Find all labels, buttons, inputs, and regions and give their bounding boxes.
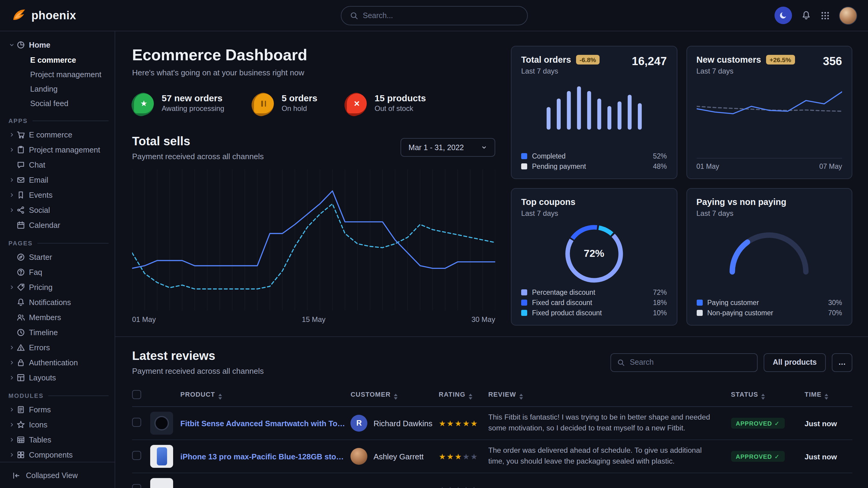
sidebar-item-project-management[interactable]: Project management — [8, 142, 108, 157]
total-orders-card: Total orders -6.8% Last 7 days 16,247 Co… — [511, 46, 677, 179]
axis-label: 07 May — [819, 163, 842, 170]
moon-icon — [779, 11, 788, 20]
calendar-icon — [16, 221, 29, 230]
sidebar-item-pricing[interactable]: Pricing — [8, 280, 108, 295]
legend-item-fixed-product-discount: Fixed product discount10% — [521, 309, 667, 317]
puzzle-icon — [16, 450, 29, 459]
legend-item-fixed-card-discount: Fixed card discount18% — [521, 299, 667, 306]
date-range-select[interactable]: Mar 1 - 31, 2022 — [401, 138, 495, 157]
sidebar-item-social[interactable]: Social — [8, 202, 108, 218]
product-link[interactable]: iPhone 13 pro max-Pacific Blue-128GB sto… — [180, 452, 346, 461]
sidebar-item-e-commerce[interactable]: E commerce — [8, 127, 108, 142]
caret-right-icon — [8, 406, 16, 413]
sidebar-item-landing[interactable]: Landing — [8, 82, 108, 96]
sidebar-item-calendar[interactable]: Calendar — [8, 218, 108, 233]
sidebar-item-icons[interactable]: Icons — [8, 417, 108, 432]
alert-icon — [16, 343, 29, 352]
sidebar-item-forms[interactable]: Forms — [8, 402, 108, 417]
legend-item-non-paying-customer: Non-paying customer70% — [696, 309, 842, 317]
share-icon — [16, 205, 29, 215]
sidebar-item-email[interactable]: Email — [8, 172, 108, 188]
sidebar-item-e-commerce[interactable]: E commerce — [8, 53, 108, 67]
sidebar-item-faq[interactable]: Faq — [8, 265, 108, 280]
status-badge: APPROVED✓ — [731, 451, 785, 462]
paying-legend: Paying customer30%Non-paying customer70% — [696, 299, 842, 317]
row-checkbox[interactable] — [132, 418, 141, 427]
new-customers-card: New customers +26.5% Last 7 days 356 01 … — [686, 46, 852, 179]
sidebar-item-authentication[interactable]: Authentication — [8, 355, 108, 370]
check-icon: ✓ — [775, 453, 780, 460]
sidebar-item-tables[interactable]: Tables — [8, 432, 108, 447]
brand[interactable]: phoenix — [11, 7, 76, 24]
sidebar-item-starter[interactable]: Starter — [8, 250, 108, 265]
review-time: Just now — [805, 419, 837, 428]
total-orders-chart — [540, 78, 648, 133]
sidebar-item-components[interactable]: Components — [8, 447, 108, 462]
column-header-product[interactable]: PRODUCT — [150, 384, 351, 406]
card-period: Last 7 days — [521, 67, 599, 75]
total-orders-value: 16,247 — [632, 55, 667, 68]
sidebar-item-social-feed[interactable]: Social feed — [8, 96, 108, 110]
donut-center-value: 72% — [563, 223, 625, 285]
sidebar-item-project-management[interactable]: Project management — [8, 67, 108, 82]
column-header-customer[interactable]: CUSTOMER — [351, 384, 439, 406]
more-options-button[interactable]: … — [832, 353, 852, 372]
sidebar-item-timeline[interactable]: Timeline — [8, 325, 108, 340]
total-sells-subtitle: Payment received across all channels — [132, 152, 264, 161]
question-icon — [16, 268, 29, 277]
reviews-search[interactable] — [611, 353, 757, 372]
reviews-search-input[interactable] — [630, 358, 751, 366]
sort-icon — [468, 394, 472, 400]
chat-icon — [16, 160, 29, 169]
rating-stars: ★★★★★ — [439, 406, 488, 440]
all-products-button[interactable]: All products — [764, 353, 826, 372]
top-coupons-card: Top coupons Last 7 days 72% Percentage d… — [511, 188, 677, 326]
sidebar-item-home[interactable]: Home — [8, 37, 108, 53]
product-link[interactable]: Fitbit Sense Advanced Smartwatch with To… — [180, 419, 346, 428]
sidebar: HomeE commerceProject managementLandingS… — [0, 31, 115, 488]
legend-swatch — [521, 163, 527, 169]
collapsed-view-toggle[interactable]: Collapsed View — [0, 462, 115, 488]
sidebar-item-notifications[interactable]: Notifications — [8, 295, 108, 310]
total-orders-legend: Completed52%Pending payment48% — [521, 153, 667, 170]
apps-grid-button[interactable] — [820, 10, 830, 20]
column-header-review[interactable]: REVIEW — [488, 384, 731, 406]
axis-label: 01 May — [696, 163, 719, 170]
sort-icon — [825, 394, 828, 400]
check-icon: ✓ — [775, 420, 780, 426]
row-checkbox[interactable] — [132, 451, 141, 460]
column-header-status[interactable]: STATUS — [731, 384, 805, 406]
trend-badge: -6.8% — [576, 55, 599, 65]
notifications-button[interactable] — [801, 10, 811, 21]
sidebar-item-members[interactable]: Members — [8, 310, 108, 325]
sidebar-item-events[interactable]: Events — [8, 188, 108, 202]
global-search[interactable] — [341, 6, 527, 25]
column-header-rating[interactable]: RATING — [439, 384, 488, 406]
bell-icon — [801, 10, 811, 21]
coupons-donut-chart: 72% — [563, 223, 625, 285]
chevron-down-icon — [481, 144, 487, 151]
sidebar-item-layouts[interactable]: Layouts — [8, 370, 108, 385]
product-thumbnail — [150, 412, 173, 435]
row-checkbox[interactable] — [132, 484, 141, 488]
theme-toggle-button[interactable] — [775, 7, 792, 24]
caret-right-icon — [8, 284, 16, 291]
caret-right-icon — [8, 176, 16, 183]
page-subtitle: Here's what's going on at your business … — [132, 68, 495, 77]
column-header-time[interactable]: TIME — [805, 384, 852, 406]
status-badge: APPROVED✓ — [731, 418, 785, 429]
sidebar-item-chat[interactable]: Chat — [8, 157, 108, 172]
search-input[interactable] — [363, 11, 519, 20]
caret-right-icon — [8, 192, 16, 198]
table-header-row: PRODUCTCUSTOMERRATINGREVIEWSTATUSTIME — [132, 384, 852, 406]
select-all-checkbox[interactable] — [132, 390, 141, 399]
paying-gauge-chart — [696, 226, 842, 277]
caret-down-icon — [8, 42, 16, 48]
caret-right-icon — [8, 207, 16, 214]
total-sells-x-axis: 01 May15 May30 May — [132, 315, 495, 324]
sidebar-item-errors[interactable]: Errors — [8, 340, 108, 355]
x-blob-icon: × — [345, 92, 367, 114]
user-avatar[interactable] — [839, 6, 857, 24]
product-thumbnail — [150, 445, 173, 468]
review-row: iPhone 13 pro max-Pacific Blue-128GB sto… — [132, 440, 852, 473]
